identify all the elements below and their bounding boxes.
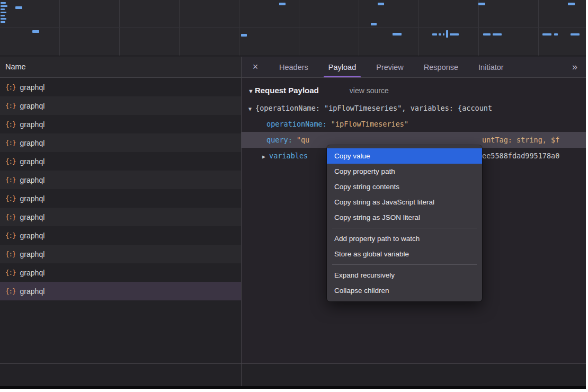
timing-bar (279, 3, 286, 5)
request-row[interactable]: {:}graphql (0, 245, 241, 263)
details-tabs: HeadersPayloadPreviewResponseInitiator (269, 57, 514, 77)
main-split: Name {:}graphql{:}graphql{:}graphql{:}gr… (0, 57, 586, 363)
status-bar (0, 363, 586, 386)
request-row[interactable]: {:}graphql (0, 226, 241, 245)
request-row[interactable]: {:}graphql (0, 96, 241, 115)
property-preview-continued: ee5588fdad995178a0 (482, 148, 559, 164)
timing-bar (378, 3, 384, 5)
property-key: query: (266, 136, 292, 144)
panel-resizer[interactable] (239, 57, 243, 386)
request-row[interactable]: {:}graphql (0, 208, 241, 226)
request-name: graphql (20, 176, 45, 184)
timing-bar (568, 3, 575, 5)
timing-bar (1, 12, 6, 13)
timing-bar (241, 34, 247, 37)
request-row[interactable]: {:}graphql (0, 152, 241, 171)
timing-bar (1, 21, 5, 23)
timing-bar (446, 30, 448, 38)
request-row[interactable]: {:}graphql (0, 171, 241, 189)
timing-bar (1, 15, 5, 16)
context-menu: Copy valueCopy property pathCopy string … (327, 145, 482, 301)
json-icon: {:} (5, 83, 16, 91)
requests-panel: Name {:}graphql{:}graphql{:}graphql{:}gr… (0, 57, 242, 363)
json-icon: {:} (5, 139, 16, 147)
request-name: graphql (20, 250, 45, 259)
request-row[interactable]: {:}graphql (0, 189, 241, 208)
view-source-link[interactable]: view source (350, 86, 389, 95)
menu-item-copy-value[interactable]: Copy value (327, 148, 482, 164)
json-icon: {:} (5, 213, 16, 221)
json-icon: {:} (5, 269, 16, 277)
request-name: graphql (20, 157, 45, 166)
request-name: graphql (20, 83, 45, 92)
payload-root-preview: {operationName: "ipFlowTimeseries", vari… (255, 104, 492, 112)
timing-bar (32, 30, 39, 33)
request-payload-title: Request Payload (255, 86, 319, 95)
triangle-down-icon[interactable]: ▼ (248, 88, 254, 94)
devtools-network-panel: Name {:}graphql{:}graphql{:}graphql{:}gr… (0, 0, 586, 389)
request-name: graphql (20, 287, 45, 296)
property-key: variables (269, 152, 308, 160)
chevron-double-right-icon[interactable]: » (564, 57, 586, 77)
triangle-down-icon[interactable]: ▼ (248, 106, 252, 112)
request-row[interactable]: {:}graphql (0, 115, 241, 133)
request-name: graphql (20, 139, 45, 147)
request-row[interactable]: {:}graphql (0, 133, 241, 152)
request-name: graphql (20, 213, 45, 221)
timing-bar (1, 2, 6, 4)
requests-name-column-header[interactable]: Name (0, 57, 241, 78)
property-value-continued: untTag: string, $f (482, 132, 559, 148)
property-value: "qu (297, 136, 309, 144)
request-name: graphql (20, 194, 45, 203)
network-overview-timeline[interactable] (0, 0, 586, 56)
request-row[interactable]: {:}graphql (0, 282, 241, 300)
json-icon: {:} (5, 287, 16, 295)
timing-bar (439, 33, 441, 35)
triangle-right-icon[interactable]: ▶ (262, 154, 265, 159)
menu-item-copy-string-contents[interactable]: Copy string contents (327, 179, 482, 194)
json-icon: {:} (5, 176, 16, 184)
tab-initiator[interactable]: Initiator (468, 57, 514, 77)
tab-response[interactable]: Response (414, 57, 468, 77)
timing-bar (554, 33, 558, 35)
menu-item-copy-string-as-json-literal[interactable]: Copy string as JSON literal (327, 210, 482, 225)
tab-headers[interactable]: Headers (269, 57, 318, 77)
menu-item-store-as-global-variable[interactable]: Store as global variable (327, 246, 482, 262)
property-value: "ipFlowTimeseries" (331, 120, 408, 128)
request-payload-section-header: ▼ Request Payload view source (242, 78, 586, 97)
tab-payload[interactable]: Payload (318, 57, 366, 77)
timing-bar (1, 8, 5, 10)
menu-item-copy-string-as-javascript-literal[interactable]: Copy string as JavaScript literal (327, 194, 482, 210)
overview-bars (0, 0, 586, 56)
menu-separator (332, 264, 477, 265)
timing-bar (571, 33, 580, 35)
tab-preview[interactable]: Preview (366, 57, 414, 77)
json-icon: {:} (5, 102, 16, 110)
payload-root-row[interactable]: ▼{operationName: "ipFlowTimeseries", var… (242, 100, 586, 116)
menu-item-collapse-children[interactable]: Collapse children (327, 283, 482, 298)
timing-bar (443, 33, 444, 35)
timing-bar (1, 18, 6, 20)
timing-bar (393, 33, 402, 35)
timing-bar (432, 33, 437, 35)
request-row[interactable]: {:}graphql (0, 263, 241, 282)
timing-bar (493, 33, 502, 35)
request-name: graphql (20, 102, 45, 110)
timing-bar (542, 33, 551, 35)
timing-bar (450, 33, 459, 35)
menu-item-copy-property-path[interactable]: Copy property path (327, 164, 482, 179)
json-icon: {:} (5, 250, 16, 258)
timing-bar (371, 23, 377, 25)
json-icon: {:} (5, 120, 16, 128)
menu-separator (332, 228, 477, 228)
request-name: graphql (20, 269, 45, 277)
timing-bar (483, 33, 491, 35)
payload-row-operationname[interactable]: operationName:"ipFlowTimeseries" (242, 116, 586, 132)
request-row[interactable]: {:}graphql (0, 78, 241, 96)
window-bottom-edge (0, 386, 586, 389)
menu-item-add-property-path-to-watch[interactable]: Add property path to watch (327, 231, 482, 246)
close-icon[interactable]: × (242, 57, 269, 77)
json-icon: {:} (5, 194, 16, 202)
menu-item-expand-recursively[interactable]: Expand recursively (327, 268, 482, 283)
request-name: graphql (20, 231, 45, 240)
